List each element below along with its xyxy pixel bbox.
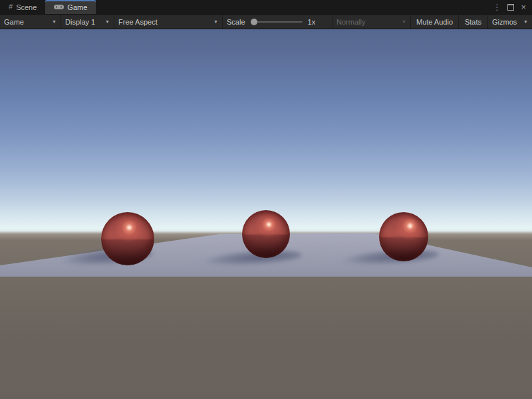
tab-scene[interactable]: # Scene — [0, 0, 45, 14]
aspect-ratio-dropdown-label: Free Aspect — [118, 18, 158, 26]
kebab-menu-icon[interactable]: ⋮ — [493, 3, 501, 11]
tab-game-label: Game — [67, 3, 87, 11]
game-render-viewport[interactable] — [0, 29, 532, 399]
chevron-down-icon: ▼ — [213, 19, 218, 24]
red-sphere — [379, 212, 428, 261]
chevron-down-icon: ▼ — [105, 19, 110, 24]
stats-button[interactable]: Stats — [459, 15, 488, 29]
red-sphere — [242, 210, 290, 258]
scale-slider-track[interactable] — [253, 21, 303, 23]
tab-scene-label: Scene — [16, 3, 37, 11]
scale-slider-thumb[interactable] — [251, 19, 257, 25]
unity-game-view-window: # Scene Game ⋮ × Game ▼ Display 1 — [0, 0, 532, 399]
chevron-down-icon: ▼ — [52, 19, 57, 24]
game-view-dropdown-label: Game — [4, 18, 24, 26]
gizmos-dropdown-label: Gizmos — [492, 18, 517, 26]
mute-audio-label: Mute Audio — [416, 18, 453, 26]
game-view-toolbar: Game ▼ Display 1 ▼ Free Aspect ▼ Scale 1… — [0, 14, 532, 29]
scale-label: Scale — [227, 18, 245, 26]
game-view-dropdown[interactable]: Game ▼ — [0, 15, 61, 29]
stats-label: Stats — [465, 18, 481, 26]
aspect-ratio-dropdown[interactable]: Free Aspect ▼ — [114, 15, 223, 29]
gizmos-dropdown[interactable]: Gizmos ▼ — [488, 15, 532, 29]
scale-slider[interactable] — [251, 18, 303, 26]
maximize-icon[interactable] — [507, 4, 514, 11]
tab-game[interactable]: Game — [45, 0, 96, 14]
display-dropdown-label: Display 1 — [65, 18, 95, 26]
scale-control: Scale 1x — [223, 15, 332, 29]
close-icon[interactable]: × — [521, 3, 526, 11]
play-mode-dropdown-label: Normally — [336, 18, 365, 26]
grid-icon: # — [9, 3, 13, 11]
window-controls: ⋮ × — [493, 0, 532, 14]
scale-value: 1x — [308, 18, 316, 26]
chevron-down-icon: ▼ — [523, 19, 528, 24]
mute-audio-button[interactable]: Mute Audio — [411, 15, 459, 29]
play-mode-dropdown: Normally ▼ — [332, 15, 411, 29]
red-sphere — [101, 212, 154, 265]
gamepad-icon — [54, 4, 64, 10]
display-dropdown[interactable]: Display 1 ▼ — [61, 15, 114, 29]
tab-bar: # Scene Game ⋮ × — [0, 0, 532, 14]
chevron-down-icon: ▼ — [402, 19, 406, 24]
